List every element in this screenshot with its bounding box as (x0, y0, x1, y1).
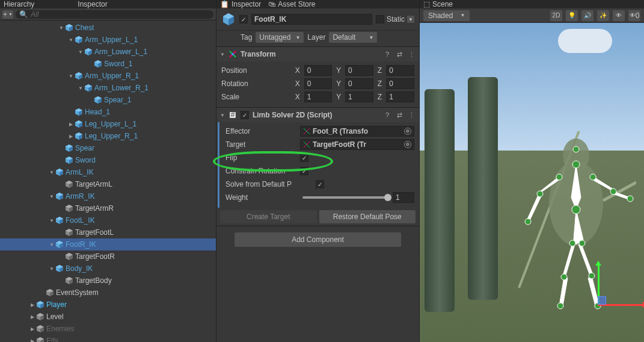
hierarchy-item-label: Leg_Upper_R_1 (85, 132, 138, 140)
hierarchy-item[interactable]: TargetBody (0, 275, 216, 287)
hierarchy-item-label: Arm_Lower_L_1 (94, 48, 147, 56)
static-dropdown[interactable]: ▼ (407, 16, 414, 23)
position-x-input[interactable]: 0 (304, 65, 333, 76)
rotation-y-input[interactable]: 0 (345, 78, 373, 89)
effector-field[interactable]: Foot_R (Transfo⊙ (300, 126, 414, 137)
hierarchy-item[interactable]: ▶Leg_Upper_L_1 (0, 118, 216, 130)
scale-x-input[interactable]: 1 (304, 92, 333, 102)
hierarchy-item[interactable]: Spear (0, 142, 216, 154)
hierarchy-item[interactable]: TargetFootL (0, 226, 216, 238)
shading-mode-dropdown[interactable]: Shaded▼ (423, 10, 470, 21)
tab-inspector-extra[interactable]: Inspector (78, 0, 107, 8)
hierarchy-item[interactable]: ▼Chest (0, 22, 216, 34)
fold-icon[interactable]: ▼ (48, 194, 55, 199)
scale-y-input[interactable]: 1 (345, 92, 373, 102)
tab-scene[interactable]: ⬚ Scene (423, 0, 453, 8)
menu-icon[interactable]: ⋮ (407, 51, 416, 58)
hierarchy-item[interactable]: ▼Arm_Lower_L_1 (0, 46, 216, 58)
hierarchy-item[interactable]: ▶Elfs (0, 335, 216, 342)
fx-toggle[interactable]: ✨ (597, 10, 609, 21)
create-button[interactable]: +▼ (2, 10, 13, 19)
flip-checkbox[interactable]: ✓ (300, 154, 308, 162)
target-field[interactable]: TargetFootR (Tr⊙ (300, 139, 414, 150)
hierarchy-item[interactable]: ▼FootR_IK (0, 238, 216, 250)
gizmo-xy-plane[interactable] (598, 296, 606, 305)
fold-icon[interactable]: ▼ (48, 218, 55, 223)
transform-header[interactable]: ▼ Transform ? ⇄ ⋮ (216, 47, 419, 61)
fold-icon[interactable]: ▶ (29, 302, 36, 308)
scene-viewport[interactable] (420, 23, 644, 342)
gameobject-enabled-checkbox[interactable]: ✓ (239, 15, 248, 23)
create-target-button[interactable]: Create Target (220, 210, 317, 223)
hierarchy-item[interactable]: ▼Arm_Upper_L_1 (0, 34, 216, 46)
hierarchy-item[interactable]: Spear_1 (0, 94, 216, 106)
solve-default-checkbox[interactable]: ✓ (316, 180, 324, 188)
fold-icon[interactable]: ▶ (29, 338, 36, 343)
constrain-rotation-checkbox[interactable]: ✓ (300, 167, 308, 175)
hierarchy-item[interactable]: Head_1 (0, 106, 216, 118)
hierarchy-search-input[interactable]: 🔍 All (16, 10, 213, 19)
object-picker-icon[interactable]: ⊙ (404, 128, 411, 135)
hierarchy-item[interactable]: ▶Enemies (0, 323, 216, 335)
hierarchy-item[interactable]: ▼Arm_Lower_R_1 (0, 82, 216, 94)
fold-icon[interactable]: ▶ (67, 134, 75, 139)
lighting-toggle[interactable]: 💡 (566, 10, 578, 21)
hierarchy-item[interactable]: TargetArmL (0, 178, 216, 190)
fold-icon[interactable]: ▼ (48, 266, 55, 272)
fold-icon[interactable]: ▶ (67, 122, 75, 127)
rotation-z-input[interactable]: 0 (386, 78, 414, 89)
weight-slider[interactable] (302, 196, 388, 199)
fold-icon[interactable]: ▼ (77, 86, 84, 91)
hierarchy-item[interactable]: TargetFootR (0, 250, 216, 263)
toggle-2d-button[interactable]: 2D (550, 10, 562, 21)
hierarchy-item[interactable]: ▼ArmL_IK (0, 166, 216, 178)
gameobject-cube-icon (65, 252, 73, 261)
svg-text:#: # (231, 111, 235, 119)
hierarchy-item[interactable]: ▼FootL_IK (0, 214, 216, 226)
menu-icon[interactable]: ⋮ (407, 111, 416, 119)
hidden-count[interactable]: 👁0 (628, 10, 640, 21)
help-icon[interactable]: ? (383, 51, 391, 58)
layer-dropdown[interactable]: Default▼ (329, 32, 377, 43)
static-toggle[interactable]: Static ▼ (376, 15, 414, 23)
fold-icon[interactable]: ▼ (67, 73, 75, 79)
fold-icon[interactable]: ▼ (48, 242, 55, 247)
rotation-x-input[interactable]: 0 (304, 78, 333, 89)
hierarchy-item[interactable]: ▼ArmR_IK (0, 190, 216, 202)
hierarchy-item[interactable]: ▶Level (0, 311, 216, 323)
hierarchy-item[interactable]: ▶Player (0, 299, 216, 311)
hierarchy-item[interactable]: TargetArmR (0, 202, 216, 214)
limb-solver-header[interactable]: ▼ # ✓ Limb Solver 2D (Script) ? ⇄ ⋮ (216, 108, 419, 122)
audio-toggle[interactable]: 🔊 (581, 10, 593, 21)
restore-default-pose-button[interactable]: Restore Default Pose (319, 210, 416, 223)
scale-z-input[interactable]: 1 (386, 92, 414, 102)
tab-inspector[interactable]: 📋 Inspector (220, 0, 261, 8)
component-enabled-checkbox[interactable]: ✓ (241, 111, 249, 119)
fold-icon[interactable]: ▼ (48, 170, 55, 175)
tab-asset-store[interactable]: 🛍 Asset Store (268, 0, 315, 8)
gameobject-name-input[interactable]: FootR_IK (251, 14, 372, 25)
object-picker-icon[interactable]: ⊙ (404, 141, 411, 148)
scene-character[interactable] (516, 131, 636, 312)
hierarchy-item[interactable]: Sword (0, 154, 216, 166)
hierarchy-item[interactable]: EventSystem (0, 287, 216, 299)
fold-icon[interactable]: ▼ (58, 25, 65, 31)
position-z-input[interactable]: 0 (386, 65, 414, 76)
hierarchy-item[interactable]: Sword_1 (0, 58, 216, 70)
add-component-button[interactable]: Add Component (235, 232, 401, 247)
position-y-input[interactable]: 0 (345, 65, 373, 76)
preset-icon[interactable]: ⇄ (395, 111, 403, 119)
fold-icon[interactable]: ▼ (77, 49, 84, 55)
tag-dropdown[interactable]: Untagged▼ (256, 32, 304, 43)
hierarchy-item[interactable]: ▼Arm_Upper_R_1 (0, 70, 216, 82)
preset-icon[interactable]: ⇄ (395, 51, 403, 58)
visibility-toggle[interactable]: 👁 (613, 10, 625, 21)
weight-input[interactable]: 1 (393, 192, 414, 203)
hierarchy-item[interactable]: ▼Body_IK (0, 263, 216, 275)
help-icon[interactable]: ? (383, 111, 391, 119)
fold-icon[interactable]: ▼ (67, 37, 75, 43)
tab-hierarchy[interactable]: Hierarchy (4, 0, 34, 8)
fold-icon[interactable]: ▶ (29, 314, 36, 320)
fold-icon[interactable]: ▶ (29, 326, 36, 332)
hierarchy-item[interactable]: ▶Leg_Upper_R_1 (0, 130, 216, 142)
